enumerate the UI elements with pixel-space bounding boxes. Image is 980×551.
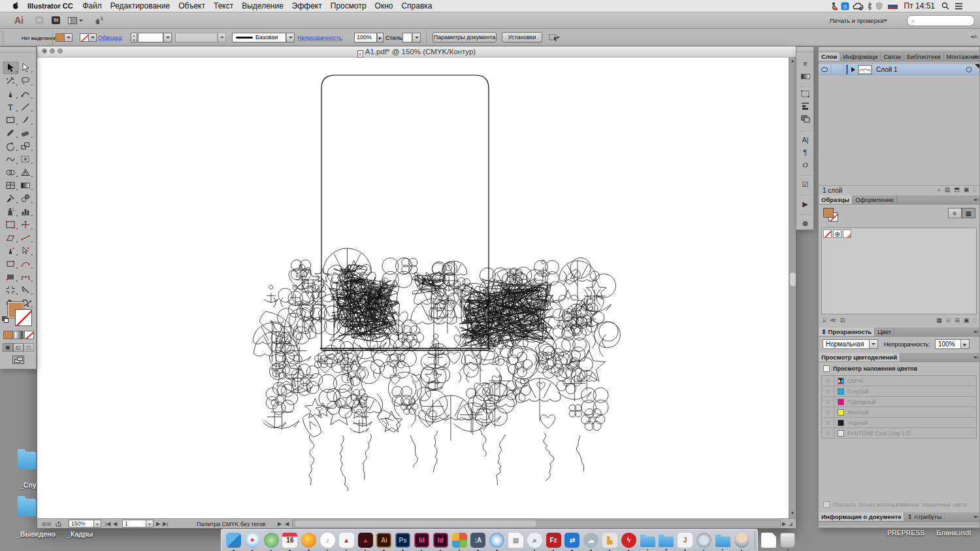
vertical-scrollbar[interactable]: ▲ ▼ bbox=[789, 58, 796, 518]
hscroll-right-arrow[interactable]: ▶ bbox=[782, 521, 786, 527]
tool-move-red[interactable] bbox=[22, 221, 33, 229]
collapsed-dock-header[interactable] bbox=[796, 47, 813, 52]
tool-type[interactable]: T bbox=[8, 103, 17, 112]
arrange-documents-icon[interactable] bbox=[68, 17, 77, 24]
desktop-label-vyvedeno[interactable]: _Выведено bbox=[16, 530, 56, 538]
draw-normal-button[interactable]: ▣ bbox=[3, 343, 13, 352]
dock-safari[interactable]: ✦ bbox=[245, 533, 260, 548]
tool-artboard-red[interactable] bbox=[6, 221, 18, 229]
swatches-fill-proxy[interactable] bbox=[823, 208, 834, 218]
dock-firefox[interactable] bbox=[301, 533, 316, 548]
dock-ms-office[interactable] bbox=[452, 533, 467, 548]
dock-folder-3[interactable] bbox=[715, 537, 730, 547]
dock-calendar[interactable]: 16 bbox=[282, 533, 297, 548]
brush-select[interactable]: Базовая bbox=[232, 33, 286, 42]
preflight-panel-icon[interactable]: ☑ bbox=[796, 178, 814, 191]
stroke-color-swatch[interactable] bbox=[80, 33, 89, 42]
delete-swatch-icon[interactable]: ⬯ bbox=[973, 317, 977, 324]
opentype-panel-icon[interactable]: O bbox=[796, 159, 814, 171]
default-fill-stroke-icon[interactable] bbox=[2, 316, 8, 324]
new-layer-icon[interactable]: ▣ bbox=[964, 186, 970, 193]
separation-eye-icon[interactable]: ⊙ bbox=[822, 428, 834, 439]
desktop-label-blank[interactable]: Бланк.indt bbox=[936, 529, 972, 537]
stroke-color-caret[interactable] bbox=[89, 33, 97, 42]
separation-eye-icon[interactable]: ⊙ bbox=[822, 376, 834, 386]
hscroll-left-arrow[interactable]: ◀ bbox=[285, 521, 289, 527]
sync-icon[interactable]: S bbox=[841, 2, 849, 10]
layers-tab-1[interactable]: Слои bbox=[819, 52, 840, 61]
prev-artboard-icon[interactable]: ◀ bbox=[113, 521, 117, 527]
next-artboard-icon[interactable]: ▶ bbox=[156, 521, 160, 527]
transparency-menu-icon[interactable]: ▾≡ bbox=[973, 329, 977, 335]
gpu-performance-icon[interactable] bbox=[93, 16, 103, 26]
tool-shape-builder[interactable] bbox=[7, 170, 17, 176]
stroke-weight-caret[interactable] bbox=[163, 33, 172, 42]
tool-free-transform[interactable] bbox=[22, 156, 33, 164]
tool-mesh[interactable] bbox=[7, 182, 18, 190]
color-button[interactable] bbox=[3, 331, 13, 339]
stroke-weight-stepper[interactable]: ▲▼ bbox=[131, 33, 137, 42]
tool-dash-red[interactable] bbox=[21, 277, 32, 282]
dock-illustrator[interactable]: Ai bbox=[376, 533, 391, 548]
separations-tab-1[interactable]: Просмотр цветоделений bbox=[819, 353, 900, 361]
dock-indesign-2[interactable]: Id bbox=[433, 533, 448, 548]
dock-libreoffice[interactable]: ▤ bbox=[508, 533, 523, 548]
brush-caret[interactable] bbox=[286, 33, 295, 42]
dock-cloud-app[interactable]: ☁ bbox=[583, 533, 598, 548]
layers-tab-4[interactable]: Библиотеки bbox=[904, 52, 943, 61]
delete-layer-icon[interactable]: ⬯ bbox=[973, 186, 977, 193]
dock-preview[interactable]: ⌕ bbox=[527, 533, 542, 548]
swatch-libraries-icon[interactable]: ⌸ bbox=[823, 317, 826, 324]
blend-mode-select[interactable]: Нормальная bbox=[823, 339, 870, 349]
dock-filezilla[interactable]: Fz bbox=[546, 533, 561, 548]
menu-item-6[interactable]: Эффект bbox=[287, 1, 326, 10]
tool-gradient[interactable] bbox=[22, 183, 33, 190]
tool-curvature[interactable] bbox=[22, 93, 33, 99]
spot-only-checkbox[interactable] bbox=[823, 501, 830, 508]
kuler-panel-icon[interactable]: ☸ bbox=[796, 218, 814, 230]
last-artboard-icon[interactable]: ▶| bbox=[163, 521, 168, 527]
layer-name[interactable]: Слой 1 bbox=[876, 66, 898, 73]
artboards-panel-icon[interactable] bbox=[796, 90, 814, 102]
notification-center-icon[interactable] bbox=[955, 3, 963, 10]
style-swatch[interactable] bbox=[402, 33, 412, 42]
scroll-down-arrow[interactable]: ▼ bbox=[789, 511, 796, 515]
character-panel-icon[interactable]: A| bbox=[796, 134, 814, 146]
dock-java[interactable]: J bbox=[678, 533, 693, 548]
tool-direct-selection[interactable] bbox=[23, 63, 33, 73]
stroke-weight-link[interactable]: Обводка: bbox=[98, 35, 123, 41]
list-view-button[interactable]: ≡ bbox=[948, 208, 962, 218]
desktop-folder-1[interactable] bbox=[18, 452, 36, 469]
tool-perspective-grid[interactable] bbox=[22, 169, 33, 177]
desktop-label-kadry[interactable]: _Кадры bbox=[67, 530, 93, 538]
dock-openoffice[interactable]: ~ bbox=[489, 533, 504, 548]
menu-app-name[interactable]: Illustrator CC bbox=[21, 2, 78, 10]
tool-line-red[interactable] bbox=[21, 235, 32, 242]
separation-eye-icon[interactable]: ⊙ bbox=[822, 407, 834, 418]
shield-icon[interactable] bbox=[875, 2, 883, 10]
dock-indesign[interactable]: Id bbox=[414, 533, 429, 548]
tool-curve-red[interactable] bbox=[21, 262, 32, 268]
dock-chart-app[interactable]: ▙ bbox=[602, 533, 617, 548]
tool-arrow-red[interactable] bbox=[23, 247, 33, 256]
preferences-button[interactable]: Установки bbox=[502, 32, 542, 42]
workspace-switcher[interactable]: Печать и проверка bbox=[830, 17, 884, 24]
paragraph-panel-icon[interactable]: ¶ bbox=[796, 146, 814, 159]
panel-resize-grip[interactable] bbox=[819, 522, 979, 526]
menu-item-5[interactable]: Выделение bbox=[238, 1, 288, 10]
blend-mode-caret[interactable] bbox=[870, 339, 878, 349]
menu-item-1[interactable]: Файл bbox=[78, 1, 106, 10]
creative-cloud-icon[interactable] bbox=[853, 2, 864, 10]
vertical-scroll-thumb[interactable] bbox=[790, 273, 796, 286]
tool-column-graph[interactable] bbox=[22, 209, 33, 216]
zoom-level-field[interactable]: 150% bbox=[69, 520, 94, 527]
overprint-preview-row[interactable]: Просмотр наложения цветов bbox=[823, 365, 917, 372]
dock-teamviewer[interactable]: ⇄ bbox=[564, 533, 580, 548]
fill-color-caret[interactable] bbox=[65, 33, 73, 42]
swatches-tab-2[interactable]: Оформление bbox=[853, 195, 897, 204]
opacity-caret[interactable]: ▶ bbox=[377, 33, 384, 42]
tool-perspective-red[interactable] bbox=[7, 235, 18, 242]
gradient-panel-icon[interactable] bbox=[796, 70, 814, 82]
dock-photoshop[interactable]: Ps bbox=[395, 533, 410, 548]
dock-document[interactable] bbox=[761, 533, 776, 548]
